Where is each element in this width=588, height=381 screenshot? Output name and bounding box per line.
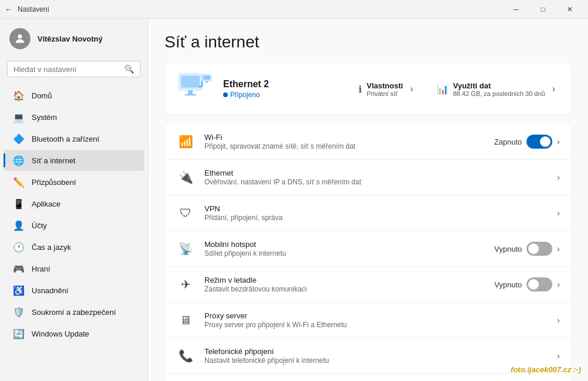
wifi-toggle[interactable] [527,135,552,149]
svg-rect-4 [184,94,196,95]
settings-item-proxy[interactable]: 🖥 Proxy server Proxy server pro připojen… [165,303,572,338]
hotspot-toggle-label: Vypnuto [494,245,522,253]
sidebar-item-label: Usnadnění [32,286,69,295]
system-icon: 💻 [13,111,25,123]
dialup-chevron: › [557,351,560,361]
sidebar-item-label: Soukromí a zabezpečení [32,308,116,317]
status-dot [223,92,228,97]
sidebar: Vítězslav Novotný 🔍 🏠 Domů 💻 Systém 🔷 Bl… [0,19,148,381]
hotspot-chevron: › [557,244,560,253]
data-usage-action[interactable]: 📊 Využití dat 88.42 GB, za posledních 30… [432,79,560,99]
dialup-desc: Nastavit telefonické připojení k interne… [204,356,557,365]
properties-sub: Privátní síť [367,90,403,97]
hotspot-toggle[interactable] [527,242,552,256]
sidebar-item-label: Systém [32,113,57,122]
settings-item-advanced[interactable]: 🖥 Upřesnit nastavení sítě Zobrazit všech… [165,374,572,381]
data-usage-label: Využití dat [453,81,545,90]
sidebar-item-label: Čas a jazyk [32,243,71,252]
gaming-icon: 🎮 [13,263,25,274]
sidebar-item-gaming[interactable]: 🎮 Hraní [4,258,144,279]
wifi-chevron: › [557,137,560,146]
settings-item-airplane[interactable]: ✈ Režim v letadle Zastavit bezdrátovou k… [165,267,572,303]
hotspot-desc: Sdílet připojení k internetu [204,249,494,258]
username: Vítězslav Novotný [37,35,102,43]
airplane-toggle[interactable] [527,277,552,291]
properties-action[interactable]: ℹ Vlastnosti Privátní síť › [354,79,418,99]
svg-rect-3 [188,90,193,94]
search-input[interactable] [13,65,124,74]
sidebar-item-accounts[interactable]: 👤 Účty [4,215,144,236]
ethernet-name: Ethernet 2 [223,79,354,90]
settings-item-wifi[interactable]: 📶 Wi-Fi Připojit, spravovat známé sítě, … [165,124,572,160]
sidebar-item-bluetooth[interactable]: 🔷 Bluetooth a zařízení [4,128,144,149]
sidebar-item-home[interactable]: 🏠 Domů [4,85,144,106]
privacy-icon: 🛡️ [13,306,25,318]
ethernet-card: Ethernet 2 Připojeno ℹ Vlastnosti Privát… [165,63,572,115]
airplane-icon: ✈ [176,275,195,294]
vpn-desc: Přidání, připojení, správa [204,214,557,222]
settings-item-vpn[interactable]: 🛡 VPN Přidání, připojení, správa › [165,195,572,231]
data-usage-arrow: › [552,84,555,94]
sidebar-item-label: Hraní [32,265,50,273]
settings-list: 📶 Wi-Fi Připojit, spravovat známé sítě, … [165,124,572,381]
properties-label: Vlastnosti [367,81,403,90]
proxy-desc: Proxy server pro připojení k Wi-Fi a Eth… [204,321,557,329]
user-profile[interactable]: Vítězslav Novotný [0,21,148,56]
titlebar: ← Nastavení ─ □ ✕ [0,0,588,19]
svg-rect-6 [203,76,210,80]
close-button[interactable]: ✕ [556,0,583,19]
titlebar-title: Nastavení [18,5,49,13]
ethernet-desc: Ověřování, nastavení IP a DNS, síť s měř… [204,178,557,186]
back-button[interactable]: ← [5,5,13,14]
sidebar-item-time[interactable]: 🕐 Čas a jazyk [4,236,144,258]
watermark: foto.ijacek007.cz :-) [511,365,581,374]
svg-rect-7 [206,81,208,83]
accounts-icon: 👤 [13,219,25,231]
sidebar-item-update[interactable]: 🔄 Windows Update [4,323,144,344]
nav-list: 🏠 Domů 💻 Systém 🔷 Bluetooth a zařízení 🌐… [0,84,148,345]
settings-item-ethernet[interactable]: 🔌 Ethernet Ověřování, nastavení IP a DNS… [165,160,572,195]
content-area: Síť a internet [148,19,588,381]
proxy-icon: 🖥 [176,311,195,329]
personalization-icon: ✏️ [13,176,25,188]
ethernet-icon [176,73,214,105]
dialup-label: Telefonické připojení [204,347,557,356]
ethernet-icon: 🔌 [176,168,195,187]
proxy-chevron: › [557,315,560,325]
update-icon: 🔄 [13,328,25,339]
maximize-button[interactable]: □ [529,0,556,19]
ethernet-label: Ethernet [204,169,557,177]
sidebar-item-label: Aplikace [32,200,60,208]
sidebar-item-label: Přizpůsobení [32,178,76,187]
sidebar-item-network[interactable]: 🌐 Síť a internet [4,150,144,171]
wifi-toggle-label: Zapnuto [494,138,522,146]
dialup-icon: 📞 [176,346,195,365]
apps-icon: 📱 [13,198,25,210]
search-box[interactable]: 🔍 [7,61,141,77]
sidebar-item-accessibility[interactable]: ♿ Usnadnění [4,280,144,301]
ethernet-status: Připojeno [223,91,354,99]
minimize-button[interactable]: ─ [502,0,529,19]
wifi-desc: Připojit, spravovat známé sítě, síť s mě… [204,142,494,150]
vpn-chevron: › [557,208,560,218]
sidebar-item-system[interactable]: 💻 Systém [4,107,144,128]
airplane-desc: Zastavit bezdrátovou komunikaci [204,285,494,293]
hotspot-icon: 📡 [176,239,195,258]
ethernet-actions: ℹ Vlastnosti Privátní síť › 📊 Využití da… [354,79,560,99]
sidebar-item-privacy[interactable]: 🛡️ Soukromí a zabezpečení [4,301,144,322]
sidebar-item-apps[interactable]: 📱 Aplikace [4,193,144,214]
wifi-label: Wi-Fi [204,133,494,142]
vpn-icon: 🛡 [176,204,195,222]
app-body: Vítězslav Novotný 🔍 🏠 Domů 💻 Systém 🔷 Bl… [0,19,588,381]
sidebar-item-label: Domů [32,91,52,100]
vpn-label: VPN [204,204,557,213]
window-controls: ─ □ ✕ [502,0,583,19]
svg-point-0 [18,35,22,39]
accessibility-icon: ♿ [13,284,25,296]
settings-item-hotspot[interactable]: 📡 Mobilní hotspot Sdílet připojení k int… [165,231,572,267]
page-title: Síť a internet [165,33,572,52]
network-icon: 🌐 [13,155,25,166]
ethernet-chevron: › [557,173,560,182]
sidebar-item-label: Bluetooth a zařízení [32,135,100,143]
sidebar-item-personalization[interactable]: ✏️ Přizpůsobení [4,171,144,193]
